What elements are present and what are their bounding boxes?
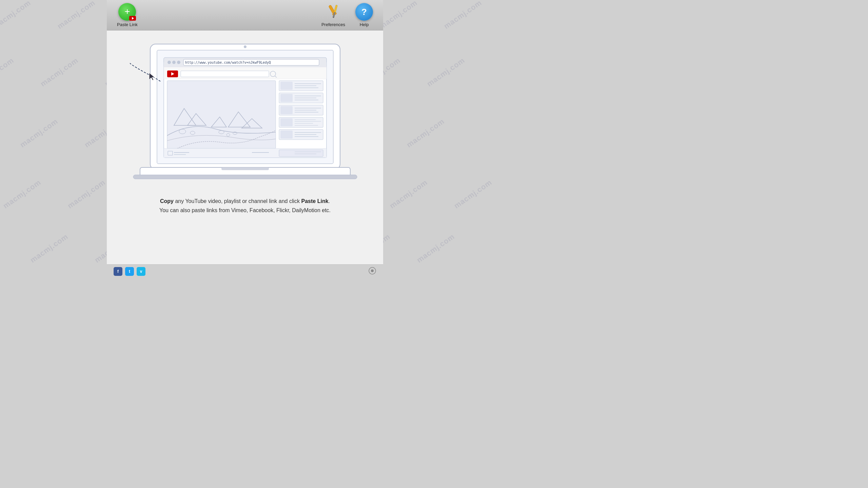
toolbar: + Paste Link	[107, 0, 383, 30]
svg-text:http://www.youtube.com/watch?v: http://www.youtube.com/watch?v=nJkwF9Led…	[185, 61, 271, 64]
youtube-badge	[129, 16, 136, 21]
svg-rect-63	[221, 167, 269, 170]
laptop-illustration: http://www.youtube.com/watch?v=nJkwF9Led…	[130, 41, 360, 183]
svg-point-7	[244, 45, 246, 48]
svg-rect-22	[167, 81, 276, 148]
paste-link-label: Paste Link	[117, 22, 138, 27]
preferences-label: Preferences	[321, 22, 345, 27]
preferences-button[interactable]: Preferences	[321, 3, 345, 27]
svg-rect-39	[280, 106, 293, 114]
svg-rect-19	[181, 71, 269, 77]
desc-line2: You can also paste links from Vimeo, Fac…	[159, 206, 331, 215]
play-triangle	[132, 17, 134, 20]
help-icon: ?	[355, 3, 373, 21]
svg-point-11	[167, 61, 171, 64]
svg-rect-34	[280, 94, 293, 102]
svg-rect-59	[279, 150, 323, 157]
social-icons: f t v	[114, 267, 145, 276]
preferences-icon	[324, 3, 342, 21]
svg-rect-2	[334, 5, 337, 13]
desc-line1-end: .	[329, 198, 330, 204]
help-label: Help	[360, 22, 369, 27]
facebook-icon[interactable]: f	[114, 267, 122, 276]
desc-line1-middle: any YouTube video, playlist or channel l…	[174, 198, 301, 204]
svg-point-66	[371, 269, 374, 272]
paste-link-icon: +	[118, 3, 136, 21]
app-window: + Paste Link	[107, 0, 383, 278]
svg-point-13	[177, 61, 180, 64]
bottom-bar: f t v	[107, 264, 383, 278]
svg-rect-64	[133, 175, 357, 179]
paste-link-word: Paste Link	[301, 198, 329, 204]
svg-rect-44	[280, 118, 293, 126]
svg-rect-29	[280, 82, 293, 90]
copy-word: Copy	[160, 198, 174, 204]
help-button[interactable]: ? Help	[355, 3, 373, 27]
description-text: Copy any YouTube video, playlist or chan…	[159, 197, 331, 215]
paste-link-button[interactable]: + Paste Link	[117, 3, 138, 27]
bottom-right-icon	[368, 267, 376, 276]
svg-point-12	[172, 61, 176, 64]
content-area: http://www.youtube.com/watch?v=nJkwF9Led…	[107, 30, 383, 264]
plus-symbol: +	[124, 7, 130, 16]
twitter-icon[interactable]: t	[125, 267, 134, 276]
vimeo-icon[interactable]: v	[137, 267, 145, 276]
svg-rect-50	[280, 130, 293, 139]
toolbar-right: Preferences ? Help	[321, 3, 373, 27]
